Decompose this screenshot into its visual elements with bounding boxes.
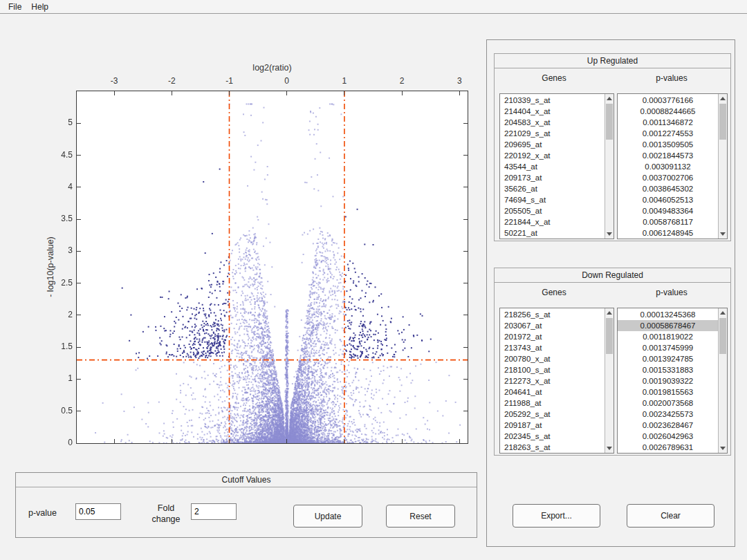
pvalue-input[interactable] bbox=[75, 503, 121, 520]
scroll-thumb[interactable] bbox=[606, 318, 613, 354]
list-item[interactable]: 204583_x_at bbox=[500, 117, 605, 128]
update-button[interactable]: Update bbox=[293, 505, 362, 528]
list-item[interactable]: 0.0013745999 bbox=[618, 342, 718, 353]
scroll-down-icon[interactable] bbox=[605, 230, 614, 239]
list-item[interactable]: 209187_at bbox=[500, 420, 605, 431]
list-item[interactable]: 0.0015331883 bbox=[618, 364, 718, 375]
list-item[interactable]: 0.00058678467 bbox=[618, 320, 718, 331]
menu-file[interactable]: File bbox=[4, 1, 26, 12]
y-tick-mark bbox=[77, 315, 81, 315]
list-item[interactable]: 211988_at bbox=[500, 398, 605, 409]
down-genes-list[interactable]: 218256_s_at203067_at201972_at213743_at20… bbox=[499, 308, 614, 454]
list-item[interactable]: 0.0011346872 bbox=[618, 117, 718, 128]
export-button[interactable]: Export... bbox=[513, 504, 600, 528]
list-item[interactable]: 0.0037002706 bbox=[618, 172, 718, 183]
list-item[interactable]: 214404_x_at bbox=[500, 106, 605, 117]
y-tick-mark bbox=[463, 315, 468, 315]
list-item[interactable]: 35626_at bbox=[500, 183, 605, 194]
up-genes-list[interactable]: 210339_s_at214404_x_at204583_x_at221029_… bbox=[499, 93, 614, 239]
menu-help[interactable]: Help bbox=[27, 1, 53, 12]
list-item[interactable]: 0.0038645302 bbox=[618, 183, 718, 194]
y-tick-mark bbox=[463, 347, 468, 348]
list-item[interactable]: 205505_at bbox=[500, 205, 605, 216]
y-tick-mark bbox=[463, 123, 468, 124]
list-item[interactable]: 0.0013924785 bbox=[618, 353, 718, 364]
up-pvalues-scrollbar[interactable] bbox=[718, 94, 727, 239]
list-item[interactable]: 0.00013245368 bbox=[618, 309, 718, 320]
list-item[interactable]: 0.0011819022 bbox=[618, 331, 718, 342]
list-item[interactable]: 213743_at bbox=[500, 342, 605, 353]
list-item[interactable]: 210339_s_at bbox=[500, 95, 605, 106]
pvalue-label: p-value bbox=[28, 508, 57, 518]
cutoff-values-panel: Cutoff Values p-value Fold change Update… bbox=[15, 472, 477, 538]
list-item[interactable]: 203067_at bbox=[500, 320, 605, 331]
list-item[interactable]: 0.0012274553 bbox=[618, 128, 718, 139]
list-item[interactable]: 0.0061248945 bbox=[618, 227, 718, 239]
down-genes-scrollbar[interactable] bbox=[605, 308, 614, 453]
list-item[interactable]: 0.0013509505 bbox=[618, 139, 718, 150]
y-tick-mark bbox=[77, 251, 81, 252]
list-item[interactable]: 0.0046052513 bbox=[618, 194, 718, 205]
list-item[interactable]: 0.0020073568 bbox=[618, 398, 718, 409]
down-pvalues-scrollbar[interactable] bbox=[718, 308, 727, 453]
list-item[interactable]: 43544_at bbox=[500, 161, 605, 172]
list-item[interactable]: 218263_s_at bbox=[500, 442, 605, 453]
y-tick-label: 0 bbox=[44, 438, 73, 447]
list-item[interactable]: 0.0021844573 bbox=[618, 150, 718, 161]
list-item[interactable]: 204641_at bbox=[500, 386, 605, 398]
volcano-plot-canvas[interactable] bbox=[77, 91, 468, 443]
y-tick-label: 1.5 bbox=[44, 342, 73, 351]
up-pvalues-list[interactable]: 0.00037761660.000882446650.00113468720.0… bbox=[617, 93, 728, 239]
x-tick-label: -3 bbox=[102, 76, 126, 86]
scroll-down-icon[interactable] bbox=[719, 444, 727, 453]
scroll-thumb[interactable] bbox=[606, 104, 613, 140]
reset-button[interactable]: Reset bbox=[386, 505, 455, 528]
list-item[interactable]: 0.0003776166 bbox=[618, 95, 718, 106]
list-item[interactable]: 200780_x_at bbox=[500, 353, 605, 364]
list-item[interactable]: 220192_x_at bbox=[500, 150, 605, 161]
y-tick-mark bbox=[463, 155, 468, 156]
list-item[interactable]: 0.0026042963 bbox=[618, 431, 718, 442]
list-item[interactable]: 202345_s_at bbox=[500, 431, 605, 442]
list-item[interactable]: 0.0023425573 bbox=[618, 409, 718, 420]
list-item[interactable]: 0.0019039322 bbox=[618, 375, 718, 386]
list-item[interactable]: 0.0058768117 bbox=[618, 216, 718, 227]
x-tick-mark bbox=[402, 91, 403, 95]
x-tick-mark bbox=[172, 439, 172, 443]
scroll-up-icon[interactable] bbox=[605, 94, 614, 103]
clear-button[interactable]: Clear bbox=[627, 504, 714, 528]
up-pvalues-header: p-values bbox=[614, 73, 730, 83]
list-item[interactable]: 221844_x_at bbox=[500, 216, 605, 227]
fold-change-input[interactable] bbox=[191, 503, 237, 520]
list-item[interactable]: 212273_x_at bbox=[500, 375, 605, 386]
scroll-thumb[interactable] bbox=[719, 104, 726, 140]
list-item[interactable]: 0.0049483364 bbox=[618, 205, 718, 216]
down-regulated-group: Down Regulated Genes p-values 218256_s_a… bbox=[494, 268, 731, 456]
list-item[interactable]: 0.00088244665 bbox=[618, 106, 718, 117]
down-pvalues-list[interactable]: 0.000132453680.000586784670.00118190220.… bbox=[617, 308, 728, 454]
scroll-up-icon[interactable] bbox=[719, 94, 727, 103]
list-item[interactable]: 0.003091132 bbox=[618, 161, 718, 172]
list-item[interactable]: 0.0026789631 bbox=[618, 442, 718, 453]
list-item[interactable]: 209695_at bbox=[500, 139, 605, 150]
list-item[interactable]: 0.0019815563 bbox=[618, 386, 718, 398]
list-item[interactable]: 218100_s_at bbox=[500, 364, 605, 375]
scroll-up-icon[interactable] bbox=[719, 308, 727, 317]
scroll-thumb[interactable] bbox=[719, 318, 726, 354]
up-genes-scrollbar[interactable] bbox=[605, 94, 614, 239]
x-tick-mark bbox=[402, 439, 403, 443]
scroll-down-icon[interactable] bbox=[719, 230, 727, 239]
y-tick-label: 2 bbox=[44, 310, 73, 319]
y-tick-label: 4 bbox=[44, 182, 73, 192]
y-tick-mark bbox=[463, 283, 468, 283]
scroll-up-icon[interactable] bbox=[605, 308, 614, 317]
list-item[interactable]: 0.0023628467 bbox=[618, 420, 718, 431]
list-item[interactable]: 74694_s_at bbox=[500, 194, 605, 205]
list-item[interactable]: 205292_s_at bbox=[500, 409, 605, 420]
list-item[interactable]: 209173_at bbox=[500, 172, 605, 183]
list-item[interactable]: 218256_s_at bbox=[500, 309, 605, 320]
list-item[interactable]: 221029_s_at bbox=[500, 128, 605, 139]
list-item[interactable]: 201972_at bbox=[500, 331, 605, 342]
scroll-down-icon[interactable] bbox=[605, 444, 614, 453]
list-item[interactable]: 50221_at bbox=[500, 227, 605, 239]
